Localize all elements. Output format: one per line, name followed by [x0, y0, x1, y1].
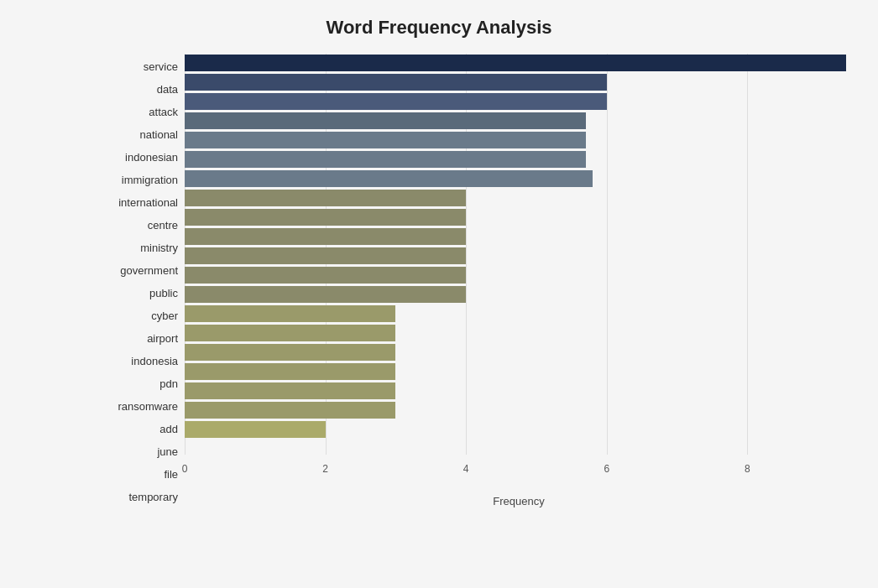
chart-container: Word Frequency Analysis servicedataattac…: [0, 0, 878, 588]
bar-fill-indonesia: [185, 305, 395, 322]
bar-label-indonesia: indonesia: [92, 350, 185, 372]
bar-label-june: june: [92, 440, 185, 462]
bar-label-file: file: [92, 463, 185, 485]
x-tick-2: 2: [322, 463, 328, 475]
bar-label-public: public: [92, 282, 185, 304]
bar-row-immigration: [185, 150, 853, 169]
bar-label-indonesian: indonesian: [92, 146, 185, 168]
bar-fill-cyber: [185, 267, 466, 284]
bar-row-ransomware: [185, 343, 853, 362]
bar-label-airport: airport: [92, 327, 185, 349]
bar-label-cyber: cyber: [92, 304, 185, 326]
bar-label-immigration: immigration: [92, 169, 185, 190]
bar-fill-file: [185, 402, 395, 419]
bar-row-add: [185, 362, 853, 381]
bar-label-ransomware: ransomware: [92, 395, 185, 417]
bar-row-attack: [185, 92, 853, 111]
bar-fill-government: [185, 228, 466, 245]
bar-fill-national: [185, 112, 586, 129]
bar-label-pdn: pdn: [92, 372, 185, 394]
bar-fill-pdn: [185, 325, 395, 341]
bar-label-attack: attack: [92, 101, 185, 122]
bar-row-international: [185, 169, 853, 188]
bar-fill-ministry: [185, 209, 466, 226]
bar-fill-ransomware: [185, 344, 395, 361]
labels-column: servicedataattacknationalindonesianimmig…: [92, 54, 185, 507]
bar-row-indonesian: [185, 131, 853, 149]
bar-row-airport: [185, 285, 853, 304]
bar-label-data: data: [92, 78, 185, 100]
bar-fill-service: [185, 55, 846, 71]
bar-row-data: [185, 73, 853, 91]
bar-row-june: [185, 382, 853, 400]
bar-label-national: national: [92, 123, 185, 145]
bar-fill-data: [185, 74, 607, 91]
bar-label-international: international: [92, 191, 185, 213]
bar-fill-public: [185, 247, 466, 264]
bar-fill-centre: [185, 190, 466, 206]
bar-row-pdn: [185, 324, 853, 342]
bar-label-centre: centre: [92, 214, 185, 236]
bar-row-file: [185, 401, 853, 419]
bar-row-national: [185, 112, 853, 130]
bar-fill-indonesian: [185, 132, 586, 148]
x-axis: 02468: [185, 458, 853, 492]
bar-label-temporary: temporary: [92, 486, 185, 507]
bar-row-cyber: [185, 266, 853, 284]
bar-row-indonesia: [185, 304, 853, 323]
bar-row-temporary: [185, 420, 853, 439]
chart-title: Word Frequency Analysis: [25, 17, 853, 39]
bar-fill-june: [185, 382, 395, 399]
bar-row-public: [185, 247, 853, 265]
bar-fill-temporary: [185, 421, 326, 438]
bar-row-ministry: [185, 208, 853, 226]
bar-fill-immigration: [185, 151, 586, 168]
bar-fill-add: [185, 363, 395, 380]
bar-label-service: service: [92, 55, 185, 77]
x-tick-0: 0: [182, 463, 188, 475]
x-axis-label: Frequency: [185, 495, 853, 507]
bar-label-add: add: [92, 418, 185, 440]
bar-label-government: government: [92, 259, 185, 281]
bar-fill-international: [185, 170, 593, 187]
x-tick-6: 6: [604, 463, 609, 475]
bar-row-government: [185, 227, 853, 246]
bar-fill-airport: [185, 286, 466, 303]
bar-label-ministry: ministry: [92, 237, 185, 258]
x-tick-4: 4: [463, 463, 469, 475]
bar-row-centre: [185, 189, 853, 207]
bar-fill-attack: [185, 93, 607, 110]
x-tick-8: 8: [745, 463, 750, 475]
bar-row-service: [185, 54, 853, 72]
